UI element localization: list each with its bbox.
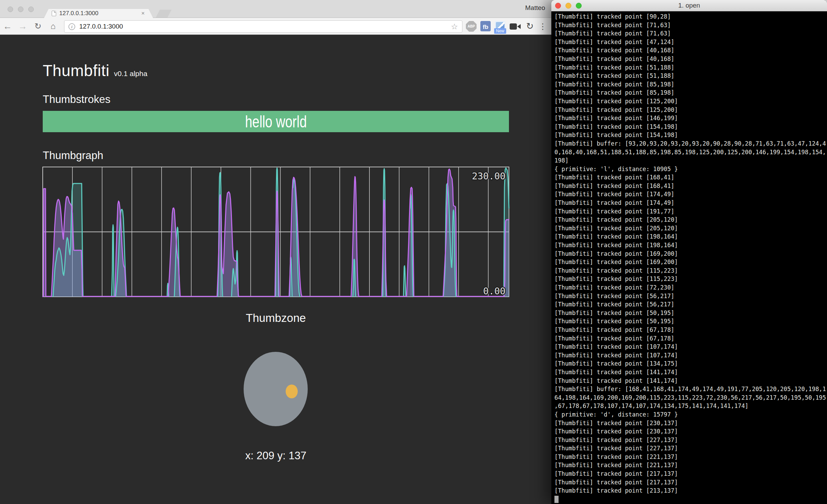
page-title: Thumbfiti xyxy=(43,62,110,80)
new-badge: New xyxy=(494,28,506,34)
terminal-line: [Thumbfiti] tracked point [169,200] xyxy=(554,250,827,258)
terminal-line: [Thumbfiti] tracked point [47,124] xyxy=(554,38,827,46)
reload-button-icon[interactable]: ↻ xyxy=(30,22,45,30)
terminal-line: [Thumbfiti] tracked point [51,188] xyxy=(554,72,827,80)
terminal-line: [Thumbfiti] tracked point [217,137] xyxy=(554,478,827,487)
terminal-line: [Thumbfiti] tracked point [221,137] xyxy=(554,453,827,461)
terminal-window-controls xyxy=(555,3,582,9)
terminal-line: [Thumbfiti] tracked point [141,174] xyxy=(554,377,827,385)
terminal-line: [Thumbfiti] tracked point [134,175] xyxy=(554,359,827,368)
thumbzone-circle[interactable] xyxy=(244,352,308,426)
terminal-line: [Thumbfiti] tracked point [217,137] xyxy=(554,470,827,478)
terminal-line: [Thumbfiti] tracked point [205,120] xyxy=(554,216,827,224)
terminal-line: [Thumbfiti] tracked point [85,198] xyxy=(554,80,827,89)
terminal-line: [Thumbfiti] tracked point [198,164] xyxy=(554,241,827,250)
browser-tab[interactable]: 127.0.0.1:3000 × xyxy=(44,9,153,18)
terminal-line: [Thumbfiti] tracked point [146,199] xyxy=(554,114,827,123)
terminal-line: { primitive: 'l', distance: 10905 } xyxy=(554,165,827,174)
thumbgraph-heading: Thumbgraph xyxy=(43,149,103,161)
thumbzone-section-heading-row: Thumbzone xyxy=(43,312,509,325)
thumbgraph-section-heading-row: Thumbgraph xyxy=(43,149,509,162)
terminal-line: [Thumbfiti] tracked point [198,164] xyxy=(554,232,827,241)
terminal-line: [Thumbfiti] tracked point [71,63] xyxy=(554,29,827,38)
terminal-line: [Thumbfiti] tracked point [221,137] xyxy=(554,461,827,470)
banner-text: hello world xyxy=(245,112,307,131)
new-tab-button[interactable] xyxy=(156,10,172,18)
waveform-svg: 230.000.00 xyxy=(43,167,509,297)
y-axis-max-label: 230.00 xyxy=(472,171,506,181)
terminal-line: [Thumbfiti] buffer: [93,20,93,20,93,20,9… xyxy=(554,139,827,148)
terminal-line: [Thumbfiti] tracked point [154,198] xyxy=(554,123,827,131)
terminal-line: [Thumbfiti] tracked point [107,174] xyxy=(554,351,827,360)
tab-close-icon[interactable]: × xyxy=(141,10,145,17)
terminal-line: [Thumbfiti] tracked point [50,195] xyxy=(554,309,827,317)
terminal-line: [Thumbfiti] tracked point [174,49] xyxy=(554,199,827,207)
terminal-title-bar[interactable]: 1. open xyxy=(551,0,827,11)
thumbgraph-chart: 230.000.00 xyxy=(43,167,509,297)
address-bar[interactable]: i 127.0.0.1:3000 ☆ xyxy=(64,20,462,33)
terminal-output[interactable]: [Thumbfiti] tracked point [90,28][Thumbf… xyxy=(551,12,827,504)
terminal-title: 1. open xyxy=(678,2,700,9)
screen: 127.0.0.1:3000 × Matteo ← → ↻ ⌂ i 127.0.… xyxy=(0,0,827,504)
thumbstrokes-section-heading-row: Thumbstrokes xyxy=(43,93,509,106)
terminal-line: [Thumbfiti] tracked point [90,28] xyxy=(554,12,827,21)
terminal-line: [Thumbfiti] tracked point [40,168] xyxy=(554,46,827,55)
terminal-window: 1. open [Thumbfiti] tracked point [90,28… xyxy=(551,0,827,504)
terminal-line: [Thumbfiti] tracked point [67,178] xyxy=(554,326,827,334)
terminal-line: [Thumbfiti] tracked point [56,217] xyxy=(554,292,827,301)
terminal-minimize-button[interactable] xyxy=(565,3,571,9)
terminal-line: [Thumbfiti] tracked point [67,178] xyxy=(554,334,827,343)
close-window-button[interactable] xyxy=(8,7,13,12)
terminal-line: [Thumbfiti] tracked point [227,137] xyxy=(554,444,827,453)
terminal-line: [Thumbfiti] tracked point [227,137] xyxy=(554,436,827,444)
thumb-position-dot xyxy=(286,385,298,398)
terminal-line: 64,198,164,169,200,169,200,115,223,115,2… xyxy=(554,393,827,402)
thumbzone-heading: Thumbzone xyxy=(246,312,306,324)
url-text[interactable]: 127.0.0.1:3000 xyxy=(79,23,451,30)
terminal-line: { primitive: 'd', distance: 15797 } xyxy=(554,410,827,419)
terminal-line: [Thumbfiti] tracked point [71,63] xyxy=(554,21,827,30)
terminal-line: [Thumbfiti] tracked point [230,137] xyxy=(554,427,827,436)
terminal-line: [Thumbfiti] tracked point [125,200] xyxy=(554,106,827,114)
version-label: v0.1 alpha xyxy=(114,70,147,77)
terminal-line: [Thumbfiti] tracked point [125,200] xyxy=(554,97,827,106)
terminal-line: [Thumbfiti] tracked point [230,137] xyxy=(554,419,827,428)
adblock-extension-icon[interactable]: ABP xyxy=(466,21,477,32)
new-badge-extension-icon[interactable]: New xyxy=(495,21,506,32)
bookmark-star-icon[interactable]: ☆ xyxy=(451,22,458,31)
terminal-line: [Thumbfiti] tracked point [50,195] xyxy=(554,317,827,326)
y-axis-min-label: 0.00 xyxy=(483,286,506,296)
zoom-window-button[interactable] xyxy=(28,7,34,12)
terminal-line: 0,168,40,168,51,188,51,188,85,198,85,198… xyxy=(554,148,827,157)
browser-menu-icon[interactable]: ⋮ xyxy=(539,21,546,32)
sync-extension-icon[interactable]: ↻ xyxy=(525,21,535,32)
site-info-icon[interactable]: i xyxy=(69,23,75,30)
terminal-line: [Thumbfiti] tracked point [85,198] xyxy=(554,88,827,97)
terminal-line: [Thumbfiti] tracked point [72,230] xyxy=(554,283,827,292)
terminal-line: [Thumbfiti] buffer: [168,41,168,41,174,4… xyxy=(554,385,827,393)
fb-extension-icon[interactable]: fb xyxy=(480,21,491,31)
terminal-line: [Thumbfiti] tracked point [168,41] xyxy=(554,182,827,190)
terminal-line: [Thumbfiti] tracked point [213,137] xyxy=(554,486,827,495)
forward-button-icon[interactable]: → xyxy=(15,22,30,31)
terminal-close-button[interactable] xyxy=(555,3,561,9)
tab-title: 127.0.0.1:3000 xyxy=(59,10,141,17)
camera-extension-icon[interactable] xyxy=(509,21,521,32)
terminal-line: [Thumbfiti] tracked point [56,217] xyxy=(554,300,827,309)
thumbstrokes-banner: hello world xyxy=(43,111,509,132)
terminal-line: ,67,178,67,178,107,174,107,174,134,175,1… xyxy=(554,402,827,410)
home-button-icon[interactable]: ⌂ xyxy=(45,22,61,30)
terminal-zoom-button[interactable] xyxy=(576,3,582,9)
terminal-line: [Thumbfiti] tracked point [115,223] xyxy=(554,266,827,275)
terminal-line: [Thumbfiti] tracked point [191,77] xyxy=(554,207,827,216)
profile-name[interactable]: Matteo xyxy=(525,4,545,12)
thumb-coordinates: x: 209 y: 137 xyxy=(43,450,509,462)
thumbstrokes-heading: Thumbstrokes xyxy=(43,93,110,105)
window-controls xyxy=(8,7,34,12)
terminal-line: [Thumbfiti] tracked point [141,174] xyxy=(554,368,827,377)
back-button-icon[interactable]: ← xyxy=(0,22,15,31)
minimize-window-button[interactable] xyxy=(18,7,23,12)
terminal-cursor xyxy=(554,496,559,503)
terminal-line: [Thumbfiti] tracked point [40,168] xyxy=(554,55,827,63)
terminal-line: [Thumbfiti] tracked point [168,41] xyxy=(554,173,827,182)
